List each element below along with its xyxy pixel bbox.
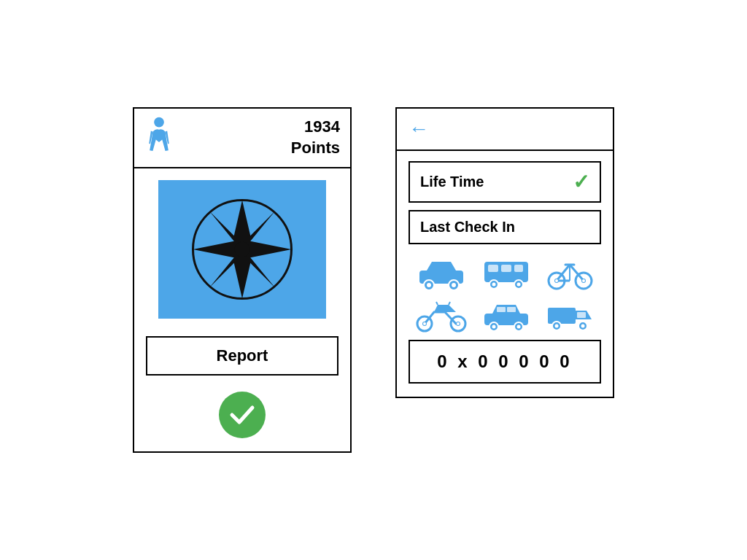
svg-point-27 <box>582 279 585 282</box>
right-header: ← <box>397 109 613 151</box>
points-display: 1934 Points <box>291 117 340 158</box>
svg-point-34 <box>423 322 426 325</box>
left-card: 1934 Points Report <box>133 107 352 453</box>
svg-point-48 <box>581 324 585 327</box>
white-check-icon <box>228 400 257 429</box>
checkin-label: Last Check In <box>420 219 515 235</box>
compass-area <box>134 168 350 330</box>
svg-line-32 <box>436 302 438 305</box>
svg-rect-44 <box>577 312 586 318</box>
svg-rect-10 <box>488 265 498 272</box>
svg-point-42 <box>517 324 521 328</box>
svg-point-47 <box>555 324 559 327</box>
main-container: 1934 Points Report <box>133 107 614 453</box>
svg-point-7 <box>427 283 431 287</box>
svg-point-35 <box>457 322 460 325</box>
report-button[interactable]: Report <box>146 336 338 376</box>
svg-point-41 <box>492 324 496 328</box>
svg-rect-11 <box>501 265 511 272</box>
svg-point-8 <box>452 283 456 287</box>
svg-point-15 <box>492 283 496 287</box>
right-card: ← Life Time ✓ Last Check In <box>395 107 614 398</box>
lifetime-check-icon: ✓ <box>573 170 589 194</box>
svg-line-33 <box>449 302 450 305</box>
svg-rect-37 <box>497 307 506 312</box>
code-display: 0 x 0 0 0 0 0 <box>409 340 601 384</box>
truck-icon <box>546 299 594 332</box>
compass-icon <box>187 195 297 304</box>
points-label: Points <box>291 138 340 159</box>
svg-point-26 <box>555 279 558 282</box>
points-value: 1934 <box>291 117 340 138</box>
lifetime-label: Life Time <box>420 174 484 190</box>
check-area <box>134 384 350 451</box>
back-arrow-button[interactable]: ← <box>409 117 429 140</box>
compass-box <box>158 180 326 319</box>
person-icon <box>144 116 174 160</box>
svg-rect-43 <box>548 308 576 324</box>
right-body: Life Time ✓ Last Check In <box>397 151 613 397</box>
left-header: 1934 Points <box>134 109 350 168</box>
svg-rect-12 <box>514 265 523 272</box>
lifetime-row: Life Time ✓ <box>409 161 601 203</box>
vehicles-row-2 <box>409 298 601 332</box>
small-car-icon <box>481 299 532 332</box>
svg-point-3 <box>235 242 250 257</box>
bus-icon <box>481 257 532 290</box>
code-value: 0 x 0 0 0 0 0 <box>437 351 572 371</box>
svg-point-0 <box>154 117 164 128</box>
bicycle-icon <box>546 257 594 290</box>
checkin-row: Last Check In <box>409 210 601 244</box>
vehicles-row-1 <box>409 257 601 290</box>
report-label: Report <box>217 346 268 365</box>
car-icon <box>416 257 467 290</box>
svg-rect-38 <box>507 307 516 312</box>
svg-point-16 <box>517 283 521 287</box>
green-check-circle <box>219 392 266 438</box>
motorcycle-icon <box>416 298 467 332</box>
